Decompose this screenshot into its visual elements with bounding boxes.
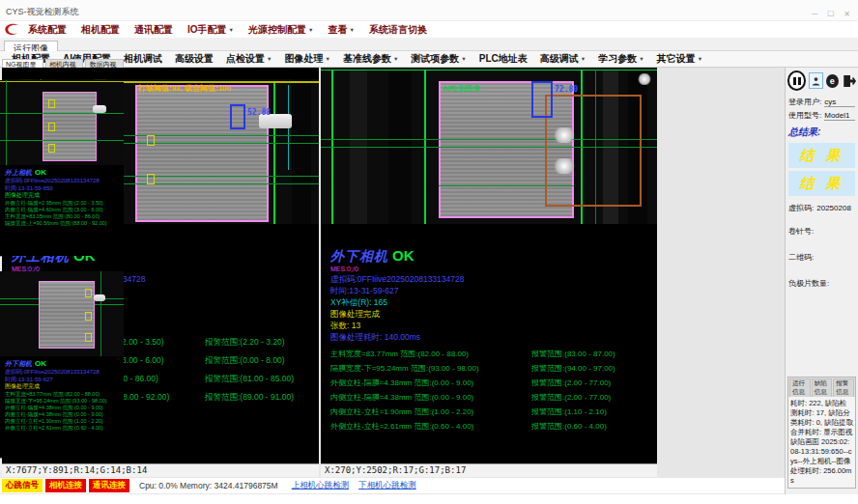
logo-e-button[interactable]: e [826,74,839,88]
dropdown-arrow-icon: ▼ [308,27,313,33]
measurement-alarm-range: 报警范围:(94.00 - 97.00) [531,363,615,374]
process-done-line: 图像处理完成 [5,192,121,200]
virtual-code-field: 虚拟码: 20250208 [786,201,858,214]
measurement-list: 主料宽度=83.77mm 范围:(82.00 - 88.00) 报警范围:(83… [330,349,653,432]
result-box-upper: 结 果 [788,143,855,168]
close-icon[interactable]: ✕ [844,10,850,18]
mini-result-text: 外上相机 OK 虚拟码:0FFIiive20250208133134728 时间… [0,165,124,227]
yellow-marker-box [85,289,92,297]
menu-item-label: 光源控制配置 [248,23,306,37]
toolbar-button-label: 相机调试 [124,52,162,66]
yellow-marker-box [147,135,155,146]
measurement-row: 主料宽度=83.77mm 范围:(82.00 - 88.00) [5,391,121,398]
toolbar-button[interactable]: 图像处理 ▼ [284,52,329,66]
menu-item[interactable]: 光源控制配置 ▼ [248,23,313,37]
yellow-marker-box [147,174,155,184]
window-title: CYS-视觉检测系统 [6,6,79,18]
menu-item[interactable]: 系统语言切换 [369,23,427,37]
window-controls: ─ ☐ ✕ [812,10,850,18]
stats-tab[interactable]: 报警信息 [833,378,854,397]
pixel-coordinate-readout: X:7677;Y:891;R:14;G:14;B:14 [2,463,319,477]
measurement-row: 隔膜宽度-下=95.24mm 范围:(93.00 - 98.00) [5,398,121,405]
menu-item[interactable]: 系统配置 [28,23,67,37]
result-ok: OK [35,359,46,368]
heartbeat-check-link[interactable]: 上相机心跳检测 [292,480,350,491]
toolbar-button-label: 测试项参数 [411,52,459,66]
measurement-row: 主料宽度=83.77mm 范围:(82.00 - 88.00) 报警范围:(83… [330,349,653,359]
control-sidebar: e 登录用户: cys 使用型号: Model1 总结果: 结 果 结 果 虚拟… [785,68,858,494]
product-texture [137,87,267,220]
status-badge-label: 通讯连接 [93,480,126,490]
green-edge-hline [321,70,657,70]
toolbar-button[interactable]: 基准线参数 ▼ [343,52,398,66]
virtual-code-line: 虚拟码:0FFIiive20250208133134728 [330,273,653,285]
heartbeat-check-link[interactable]: 下相机心跳检测 [358,480,416,491]
toolbar-button-label: 高级设置 [175,52,214,66]
measurement-alarm-range: 报警范围:(0.00 - 8.00) [205,355,285,367]
dropdown-arrow-icon: ▼ [325,56,329,62]
time-line: 时间:13-31-59-650 [5,185,121,193]
camera-image-lower-outer[interactable]: 72.80 AI检测图像 [321,70,657,224]
toolbar-button[interactable]: 测试项参数 ▼ [411,52,466,66]
toolbar-button[interactable]: 高级设置 [175,52,214,66]
offset-line: XY补偿(R): 165 [330,296,653,308]
toolbar-button[interactable]: 相机调试 [124,52,162,66]
heartbeat-check-label: 下相机心跳检测 [358,480,416,490]
camera-result-row: 外下相机 OK [5,359,121,369]
elapsed-line: 图像处理耗时: 140.00ms [330,331,653,343]
menu-item[interactable]: 查看 ▼ [328,23,354,37]
virtual-code-label: 虚拟码: [788,203,814,213]
toolbar-button[interactable]: 高级调试 ▼ [540,52,586,66]
menu-item[interactable]: 通讯配置 [134,23,173,37]
measurement-row: 内侧立柱-立柱=1.90mm 范围:(1.00 - 2.20) 报警范围:(1.… [330,406,653,417]
exit-button[interactable] [842,73,856,89]
bright-spot [553,127,576,143]
connector-object [93,105,106,113]
login-user-label: 登录用户: [788,97,821,107]
main-area: 52.88 打皱阈值:93, 吸合阈值:100 外上相机 OK MES:0;/0… [0,68,858,494]
model-value: Model1 [824,111,855,121]
measurement-value: 内侧立柱-立柱=1.90mm 范围:(1.00 - 2.20) [330,406,531,417]
measurement-alarm-range: 报警范围:(0.60 - 4.00) [531,421,607,432]
user-icon [811,75,821,87]
measurement-alarm-range: 报警范围:(81.00 - 85.00) [205,374,294,385]
stats-tabs: 运行信息 缺陷信息 报警信息 [788,378,855,397]
mini-image [0,271,124,356]
stats-tab[interactable]: 缺陷信息 [812,378,833,397]
ng-view-top[interactable]: 外上相机 OK 虚拟码:0FFIiive20250208133134728 时间… [0,80,124,256]
toolbar-button[interactable]: 学习参数 ▼ [598,52,644,66]
yellow-marker-box [85,312,92,321]
title-bar: CYS-视觉检测系统 ─ ☐ ✕ [0,0,858,21]
dropdown-arrow-icon: ▼ [581,56,586,62]
camera-name: 外下相机 [5,359,32,369]
menu-item-label: IO手配置 [187,23,227,37]
menu-item[interactable]: IO手配置 ▼ [187,23,234,37]
toolbar-button[interactable]: 其它设置 ▼ [657,52,702,66]
menu-item-label: 相机配置 [81,23,120,37]
minimize-icon[interactable]: ─ [812,10,817,18]
measurement-alarm-range: 报警范围:(2.00 - 77.00) [531,392,611,403]
result-ok: OK [35,168,46,177]
total-result-label: 总结果: [786,122,858,140]
green-measure-hline [0,113,124,114]
measurement-row: 内侧立柱-隔膜=4.38mm 范围:(0.00 - 9.00) [5,411,121,418]
measurement-row: 外侧立柱-隔膜=4.38mm 范围:(0.00 - 9.00) [5,405,121,411]
ng-view-bottom[interactable]: 外下相机 OK 虚拟码:0FFIiive20250208133134728 时间… [0,271,124,458]
pause-button[interactable] [787,70,806,91]
status-badge: 通讯连接 [89,479,129,492]
measurement-value: 隔膜宽度-下=95.24mm 范围:(93.00 - 98.00) [330,363,531,374]
stats-tab[interactable]: 运行信息 [789,378,811,397]
menu-item[interactable]: 相机配置 [81,23,120,37]
mini-measure-list: 外侧立柱-隔膜=2.95mm 范围:(2.00 - 3.50) 内侧立柱-隔膜=… [5,200,121,227]
menu-item-label: 系统语言切换 [369,23,427,37]
menu-item-label: 系统配置 [28,23,67,37]
toolbar-button[interactable]: PLC地址表 [479,52,528,66]
heartbeat-links: 上相机心跳检测 下相机心跳检测 [292,480,416,491]
toolbar-button[interactable]: 点检设置 ▼ [226,52,272,66]
maximize-icon[interactable]: ☐ [827,10,834,18]
green-reference-vline [6,80,7,165]
user-login-button[interactable] [809,72,823,89]
measurement-alarm-range: 报警范围:(89.00 - 91.00) [205,392,294,404]
stats-tab-label: 报警信息 [836,379,848,395]
stats-panel: 运行信息 缺陷信息 报警信息 耗时: 222, 缺陷检测耗时: 17, 缺陷分类… [787,377,856,489]
